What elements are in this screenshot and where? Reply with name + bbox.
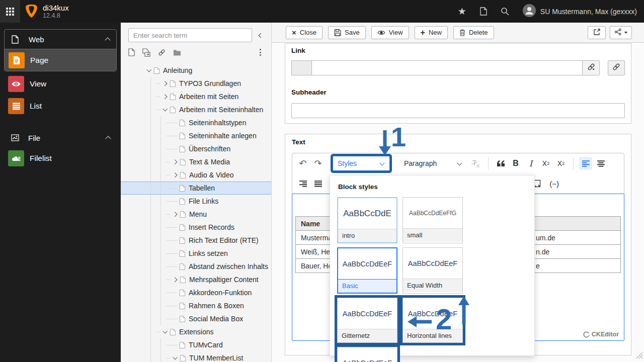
chevron-right-icon[interactable] (162, 80, 168, 86)
tree-item-social-media-box[interactable]: Social Media Box (121, 312, 271, 325)
tree-item-label: Mehrspaltiger Content (189, 276, 259, 284)
tree-item-typo3-grundlagen[interactable]: TYPO3 Grundlagen (121, 77, 271, 90)
tree-item-tabellen[interactable]: Tabellen (121, 182, 271, 195)
tree-item-anleitung[interactable]: Anleitung (121, 64, 271, 77)
tree-item-abstand-zwischen-inhalts[interactable]: Abstand zwischen Inhalts (121, 260, 271, 273)
chevron-down-icon[interactable] (146, 67, 152, 73)
chevron-right-icon[interactable] (172, 211, 178, 217)
undo-button[interactable]: ↶ (296, 157, 309, 170)
tree-item-text-media[interactable]: Text & Media (121, 155, 271, 168)
module-grid-button[interactable] (0, 0, 20, 23)
paragraph-format-dropdown[interactable]: Paragraph (402, 156, 464, 171)
share-button[interactable] (610, 26, 632, 39)
collapse-tree-button[interactable] (254, 29, 266, 41)
superscript-button[interactable]: X2 (554, 157, 568, 170)
tree-search-input[interactable] (128, 28, 252, 42)
tree-more-menu-icon[interactable] (258, 48, 263, 57)
module-group-header-file[interactable]: File (4, 128, 117, 147)
delete-button[interactable]: Delete (453, 26, 494, 39)
tree-item-insert-records[interactable]: Insert Records (121, 221, 271, 234)
new-button[interactable]: + New (415, 26, 448, 39)
save-button[interactable]: Save (328, 26, 366, 39)
chevron-down-icon[interactable] (172, 355, 178, 361)
italic-button[interactable]: I (524, 157, 537, 170)
module-item-page[interactable]: Page (5, 49, 116, 71)
tree-item-label: Insert Records (189, 223, 234, 231)
style-tile-equal-width[interactable]: AaBbCcDdEeFEqual Width (403, 247, 463, 294)
module-item-filelist[interactable]: Filelist (4, 147, 117, 169)
tree-item-tum-memberlist[interactable]: TUM MemberList (121, 351, 271, 362)
link-input[interactable] (311, 60, 583, 75)
chevron-right-icon[interactable] (172, 159, 178, 165)
tree-item-audio-video[interactable]: Audio & Video (121, 168, 271, 182)
subheader-input[interactable] (291, 103, 625, 118)
new-shortcut-page-icon[interactable] (142, 48, 150, 57)
tree-item-mehrspaltiger-content[interactable]: Mehrspaltiger Content (121, 273, 271, 286)
subscript-button[interactable]: X2 (539, 157, 552, 170)
module-item-list[interactable]: List (4, 95, 117, 117)
close-button[interactable]: × Close (286, 26, 323, 39)
open-in-new-window-button[interactable] (588, 26, 606, 39)
module-group-header-web[interactable]: Web (5, 30, 116, 49)
tree-item-rich-text-editor-rte[interactable]: Rich Text Editor (RTE) (121, 234, 271, 247)
tree-item-rahmen-boxen[interactable]: Rahmen & Boxen (121, 299, 271, 312)
chevron-right-icon[interactable] (172, 172, 178, 178)
link-browser-button[interactable] (583, 60, 600, 75)
tree-item-links-setzen[interactable]: Links setzen (121, 247, 271, 260)
page-icon (170, 328, 176, 336)
new-page-icon[interactable] (128, 48, 135, 56)
tree-item-seiteninhaltstypen[interactable]: Seiteninhaltstypen (121, 116, 271, 129)
tree-item-menu[interactable]: Menu (121, 208, 271, 221)
view-button[interactable]: View (371, 26, 409, 39)
search-icon[interactable] (501, 7, 509, 16)
tree-item-label: Arbeiten mit Seiten (179, 93, 238, 101)
username: SU Mustermann, Max (gexxxx) (540, 8, 637, 16)
align-justify-button[interactable] (311, 177, 325, 190)
chevron-down-icon[interactable] (162, 329, 168, 335)
filelist-module-icon (8, 150, 24, 166)
tree-item-tumvcard[interactable]: TUMvCard (121, 338, 271, 351)
eye-icon (377, 30, 385, 36)
chevron-down-icon[interactable] (162, 107, 168, 113)
style-tile-horizontal-lines[interactable]: AaBbCcDdEeFHorizontal lines (403, 298, 463, 343)
style-tile-basic[interactable]: AaBbCcDdEeFBasic (337, 247, 397, 294)
tree-item-file-links[interactable]: File Links (121, 195, 271, 208)
blockquote-button[interactable] (494, 157, 507, 170)
style-tile-small[interactable]: AaBbCcDdEeFfGsmall (403, 197, 463, 243)
chevron-right-icon[interactable] (162, 94, 168, 100)
tree-item-label: Audio & Video (189, 171, 233, 179)
tree-item-extensions[interactable]: Extensions (121, 325, 271, 338)
soft-hyphen-button[interactable]: (−) (549, 179, 559, 188)
tree-item-überschriften[interactable]: Überschriften (121, 142, 271, 155)
style-tile-gitternetz[interactable]: AaBbCcDdEeFGitternetz (337, 298, 397, 343)
tree-item-akkordeon-funktion[interactable]: Akkordeon-Funktion (121, 286, 271, 299)
module-item-view[interactable]: View (4, 73, 117, 95)
tree-item-label: Anleitung (163, 66, 192, 74)
bold-button[interactable]: B (509, 157, 522, 170)
tree-item-arbeiten-mit-seiten[interactable]: Arbeiten mit Seiten (121, 90, 271, 103)
link-label: Link (291, 47, 625, 54)
link-picker-button[interactable] (608, 60, 625, 75)
tree-item-seiteninhalte-anlegen[interactable]: Seiteninhalte anlegen (121, 129, 271, 142)
user-menu[interactable]: SU Mustermann, Max (gexxxx) (523, 4, 637, 19)
style-tile-bordered[interactable]: AaBbCcDdEeFBordered (337, 347, 397, 362)
module-label: Page (30, 56, 48, 65)
align-center-button[interactable] (594, 157, 607, 170)
resize-grip[interactable] (635, 351, 643, 361)
folder-icon[interactable] (173, 49, 181, 56)
link-icon[interactable] (158, 49, 166, 56)
tree-item-arbeiten-mit-seiteninhalten[interactable]: Arbeiten mit Seiteninhalten (121, 103, 271, 116)
style-tile-intro[interactable]: AaBbCcDdEintro (337, 197, 397, 243)
align-right-button[interactable] (296, 177, 309, 190)
remove-format-button[interactable]: Tx (469, 157, 482, 170)
docheader: × Close Save View + New (272, 23, 644, 43)
redo-button[interactable]: ↷ (311, 157, 325, 170)
chevron-right-icon[interactable] (172, 277, 178, 283)
align-left-button[interactable] (579, 157, 592, 170)
bookmark-star-icon[interactable]: ★ (458, 7, 466, 16)
document-icon[interactable] (480, 7, 487, 16)
site-title: di34kux 12.4.8 (43, 4, 69, 20)
external-link-icon (593, 28, 601, 37)
page-icon (153, 67, 160, 74)
styles-dropdown-button[interactable]: Styles (333, 156, 390, 171)
